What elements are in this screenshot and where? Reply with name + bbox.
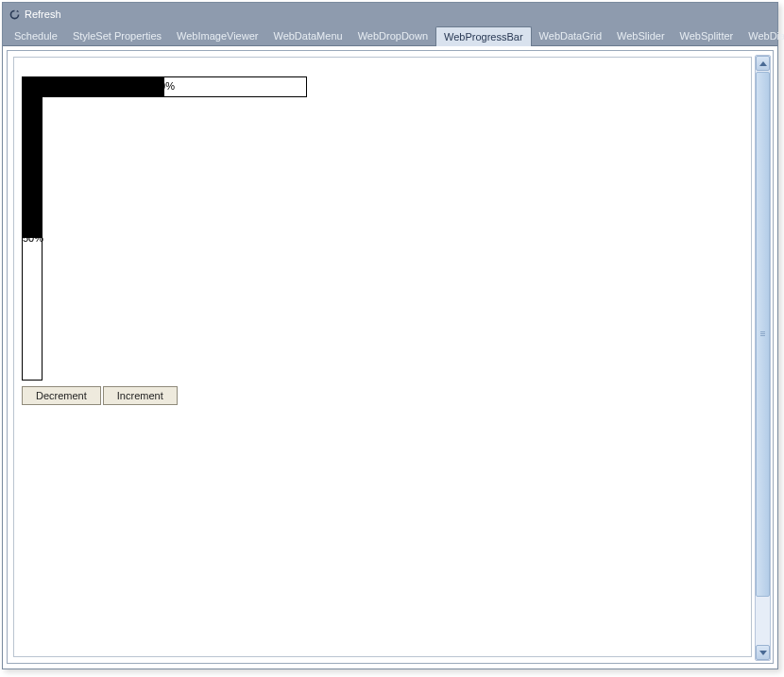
tab-schedule[interactable]: Schedule [7, 26, 65, 45]
button-row: Decrement Increment [22, 386, 178, 405]
titlebar-title: Refresh [25, 8, 61, 20]
content-frame: 50% 50% Decrement Increment [7, 50, 774, 664]
tab-webdialog[interactable]: WebDialog [741, 26, 784, 45]
app-window: Refresh Schedule StyleSet Properties Web… [2, 2, 778, 669]
vertical-scrollbar[interactable] [755, 55, 771, 661]
tab-webdropdown[interactable]: WebDropDown [350, 26, 435, 45]
scroll-thumb[interactable] [756, 72, 770, 597]
vertical-progress-label: 50% [23, 232, 42, 244]
tab-websplitter[interactable]: WebSplitter [673, 26, 741, 45]
tab-webdatagrid[interactable]: WebDataGrid [532, 26, 609, 45]
tab-webdatamenu[interactable]: WebDataMenu [265, 26, 349, 45]
horizontal-progress-label: 50% [23, 80, 306, 92]
chevron-down-icon [759, 651, 767, 655]
tab-styleset-properties[interactable]: StyleSet Properties [65, 26, 169, 45]
tab-webimageviewer[interactable]: WebImageViewer [169, 26, 265, 45]
tab-webprogressbar[interactable]: WebProgressBar [435, 26, 532, 46]
content-panel: 50% 50% Decrement Increment [13, 57, 752, 657]
scroll-down-button[interactable] [756, 645, 770, 660]
decrement-button[interactable]: Decrement [22, 386, 101, 405]
titlebar: Refresh [3, 3, 777, 25]
scroll-up-button[interactable] [756, 56, 770, 71]
increment-button[interactable]: Increment [103, 386, 178, 405]
tab-strip: Schedule StyleSet Properties WebImageVie… [3, 25, 777, 46]
tab-webslider[interactable]: WebSlider [609, 26, 673, 45]
scroll-track[interactable] [756, 72, 770, 644]
refresh-icon [9, 8, 21, 21]
vertical-progress-bar: 50% [22, 95, 43, 381]
chevron-up-icon [759, 61, 767, 66]
vertical-progress-fill [23, 96, 42, 238]
horizontal-progress-bar: 50% [22, 76, 307, 97]
